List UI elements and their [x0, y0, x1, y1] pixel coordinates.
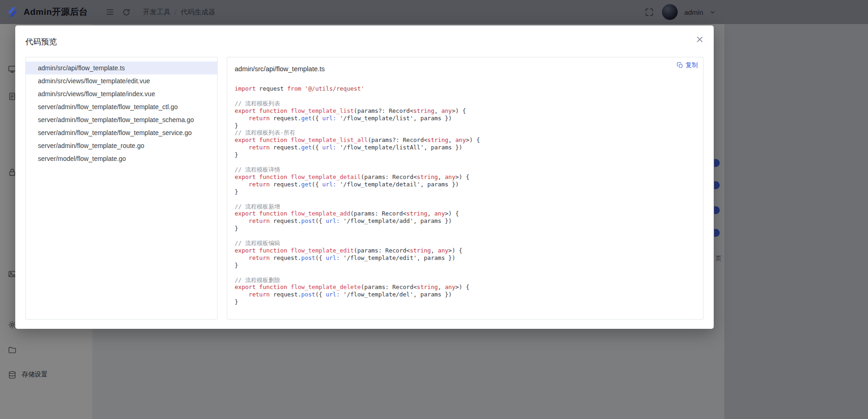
code-line: // 流程模板删除	[235, 277, 696, 284]
code-line: export function flow_template_detail(par…	[235, 173, 696, 181]
avatar[interactable]	[662, 4, 678, 20]
code-line: import request from '@/utils/request'	[235, 85, 696, 92]
code-line: // 流程模板编辑	[235, 240, 696, 247]
file-list-item[interactable]: admin/src/views/flow_template/edit.vue	[26, 74, 217, 87]
code-line: export function flow_template_edit(param…	[235, 247, 696, 254]
code-line: export function flow_template_add(params…	[235, 210, 696, 217]
file-list-item[interactable]: admin/src/views/flow_template/index.vue	[26, 87, 217, 100]
file-list: admin/src/api/flow_template.tsadmin/src/…	[25, 57, 218, 320]
code-line	[235, 92, 696, 100]
code-line: return request.post({ url: '/flow_templa…	[235, 254, 696, 262]
code-line: // 流程模板新增	[235, 203, 696, 210]
code-line: }	[235, 262, 696, 269]
copy-icon	[677, 62, 683, 68]
collapse-menu-icon	[105, 7, 115, 17]
code-block: import request from '@/utils/request' //…	[235, 85, 696, 306]
code-line	[235, 269, 696, 277]
code-line: export function flow_template_delete(par…	[235, 283, 696, 291]
file-list-item[interactable]: server/admin/flow_template/flow_template…	[26, 100, 217, 113]
code-line: return request.post({ url: '/flow_templa…	[235, 217, 696, 225]
fullscreen-icon	[645, 8, 654, 17]
breadcrumb-separator: /	[175, 8, 176, 16]
app-title: Admin开源后台	[24, 6, 88, 18]
code-line: export function flow_template_list_all(p…	[235, 136, 696, 144]
copy-button[interactable]: 复制	[677, 61, 698, 69]
file-list-item[interactable]: server/admin/flow_template/flow_template…	[26, 113, 217, 126]
menu-collapse-button[interactable]	[103, 6, 116, 18]
file-list-item[interactable]: server/model/flow_template.go	[26, 152, 217, 165]
modal-header: 代码预览 ×	[15, 25, 714, 57]
refresh-button[interactable]	[120, 6, 133, 18]
code-line: }	[235, 225, 696, 232]
close-icon[interactable]: ×	[696, 34, 704, 44]
logo-icon	[6, 5, 19, 19]
chevron-down-icon[interactable]	[710, 9, 716, 15]
refresh-icon	[122, 8, 131, 17]
fullscreen-button[interactable]	[643, 6, 656, 18]
code-line: return request.get({ url: '/flow_templat…	[235, 115, 696, 122]
modal-body: admin/src/api/flow_template.tsadmin/src/…	[25, 57, 704, 320]
code-line: // 流程模板列表	[235, 100, 696, 107]
file-list-item[interactable]: admin/src/api/flow_template.ts	[26, 62, 217, 74]
breadcrumb-item-current: 代码生成器	[181, 8, 215, 17]
copy-label: 复制	[686, 61, 698, 69]
breadcrumb: 开发工具 / 代码生成器	[143, 8, 215, 17]
app-logo[interactable]: Admin开源后台	[0, 5, 100, 19]
code-line: export function flow_template_list(param…	[235, 107, 696, 115]
code-line: return request.get({ url: '/flow_templat…	[235, 144, 696, 151]
modal-title: 代码预览	[25, 37, 704, 47]
code-filename: admin/src/api/flow_template.ts	[235, 65, 696, 73]
code-line: // 流程模板详情	[235, 166, 696, 173]
screen: Admin开源后台 开发工具 / 代码生成器 admin	[0, 0, 868, 419]
username[interactable]: admin	[684, 8, 703, 16]
code-preview-modal: 代码预览 × admin/src/api/flow_template.tsadm…	[15, 25, 714, 329]
code-preview-panel: admin/src/api/flow_template.ts 复制 import…	[227, 57, 704, 320]
code-line: return request.post({ url: '/flow_templa…	[235, 291, 696, 298]
topbar-right: admin	[639, 4, 716, 20]
code-line	[235, 196, 696, 203]
code-line: // 流程模板列表-所有	[235, 129, 696, 136]
code-line	[235, 232, 696, 240]
breadcrumb-item[interactable]: 开发工具	[143, 8, 170, 17]
code-line: return request.get({ url: '/flow_templat…	[235, 181, 696, 188]
code-line: }	[235, 151, 696, 159]
code-line: }	[235, 122, 696, 129]
file-list-item[interactable]: server/admin/flow_template_route.go	[26, 139, 217, 152]
topbar: Admin开源后台 开发工具 / 代码生成器 admin	[0, 0, 868, 24]
file-list-item[interactable]: server/admin/flow_template/flow_template…	[26, 126, 217, 139]
code-line: }	[235, 298, 696, 306]
code-line: }	[235, 188, 696, 196]
code-line	[235, 159, 696, 166]
